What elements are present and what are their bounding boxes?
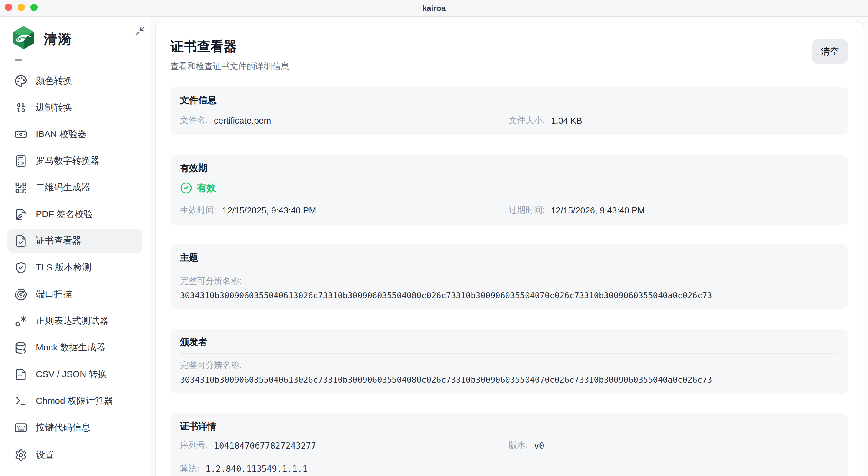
banknote-icon — [14, 128, 27, 140]
sidebar-item-base-converter[interactable]: 进制转换 — [7, 95, 143, 119]
sidebar: 清漪 颜色转换 — [0, 17, 150, 476]
dn-label: 完整可分辨名称: — [180, 275, 837, 286]
file-data-icon — [14, 368, 27, 381]
circle-check-icon — [180, 182, 192, 194]
sidebar-item-label: 按键代码信息 — [36, 422, 90, 433]
issuer-dn-value: 3034310b3009060355040613026c73310b300906… — [180, 374, 837, 385]
field-value: 10418470677827243277 — [214, 441, 316, 450]
sidebar-item-label: 端口扫描 — [36, 288, 72, 300]
field-value: 12/15/2025, 9:43:40 PM — [222, 206, 316, 215]
validity-card: 有效期 有效 生效时间: 12/15/2025, 9:43:40 PM 过期时 — [170, 155, 848, 225]
serial-number-row: 序列号: 10418470677827243277 — [180, 440, 508, 452]
panel-header: 证书查看器 查看和检查证书文件的详细信息 清空 — [170, 38, 848, 72]
sidebar-item-roman-numeral-converter[interactable]: 罗马数字转换器 — [7, 149, 143, 173]
minimize-arrows-icon — [134, 26, 145, 36]
file-pen-icon — [14, 208, 27, 220]
sidebar-item-port-scanner[interactable]: 端口扫描 — [7, 282, 143, 306]
validity-status-badge: 有效 — [180, 181, 837, 195]
sidebar-item-label: 设置 — [36, 449, 54, 460]
issuer-card: 颁发者 完整可分辨名称: 3034310b3009060355040613026… — [170, 329, 848, 393]
app-window: kairoa 清漪 — [0, 0, 868, 476]
card-title: 主题 — [180, 253, 837, 269]
card-title: 证书详情 — [180, 421, 837, 431]
calculator-icon — [14, 154, 27, 167]
app-name: 清漪 — [44, 30, 73, 49]
radar-icon — [14, 288, 27, 300]
card-title: 文件信息 — [180, 95, 837, 105]
version-row: 版本: v0 — [508, 440, 837, 452]
sidebar-item-iban-validator[interactable]: IBAN 校验器 — [7, 122, 143, 146]
field-label: 算法: — [180, 463, 199, 474]
sidebar-item-label: 二维码生成器 — [36, 182, 90, 193]
file-check-icon — [14, 234, 27, 247]
subject-dn-value: 3034310b3009060355040613026c73310b300906… — [180, 290, 837, 301]
main-content: 证书查看器 查看和检查证书文件的详细信息 清空 文件信息 文件名: certif… — [150, 17, 868, 476]
sidebar-item-mock-data-generator[interactable]: Mock 数据生成器 — [7, 335, 143, 360]
expires-row: 过期时间: 12/15/2026, 9:43:40 PM — [508, 204, 837, 216]
page-title: 证书查看器 — [170, 38, 289, 55]
sidebar-item-chmod-calculator[interactable]: Chmod 权限计算器 — [7, 389, 143, 413]
sidebar-item-label: Chmod 权限计算器 — [36, 395, 113, 407]
database-zap-icon — [14, 341, 27, 354]
algorithm-row: 算法: 1.2.840.113549.1.1.1 — [180, 463, 508, 475]
dn-label: 完整可分辨名称: — [180, 360, 837, 370]
titlebar: kairoa — [0, 0, 868, 17]
binary-icon — [14, 101, 27, 114]
page-subtitle: 查看和检查证书文件的详细信息 — [170, 60, 289, 72]
sidebar-item-label: 证书查看器 — [36, 235, 81, 246]
sidebar-item-color-converter[interactable]: 颜色转换 — [7, 68, 143, 93]
shield-check-icon — [14, 261, 27, 274]
sidebar-footer: 设置 — [0, 434, 150, 476]
window-title: kairoa — [0, 0, 868, 17]
sidebar-item-qr-generator[interactable]: 二维码生成器 — [7, 175, 143, 200]
card-title: 颁发者 — [180, 337, 837, 354]
sidebar-item-label: 罗马数字转换器 — [36, 155, 99, 167]
sidebar-item-pdf-signature-check[interactable]: PDF 签名校验 — [7, 202, 143, 226]
sidebar-item-label: IBAN 校验器 — [36, 128, 87, 140]
field-value: 1.04 KB — [551, 116, 582, 125]
field-label: 文件大小: — [508, 115, 545, 126]
app-logo-icon — [11, 26, 36, 50]
certificate-details-card: 证书详情 序列号: 10418470677827243277 版本: v0 — [170, 413, 848, 476]
valid-from-row: 生效时间: 12/15/2025, 9:43:40 PM — [180, 204, 508, 216]
sidebar-item-csv-json-converter[interactable]: CSV / JSON 转换 — [7, 362, 143, 386]
card-title: 有效期 — [180, 163, 837, 173]
field-label: 过期时间: — [508, 205, 545, 216]
sidebar-item-regex-tester[interactable]: 正则表达式测试器 — [7, 309, 143, 333]
field-label: 生效时间: — [180, 205, 216, 216]
status-text: 有效 — [197, 182, 216, 194]
sidebar-item-settings[interactable]: 设置 — [7, 443, 143, 467]
gear-icon — [14, 448, 27, 461]
qr-code-icon — [14, 181, 27, 194]
sidebar-header: 清漪 — [0, 17, 150, 58]
collapse-sidebar-button[interactable] — [133, 24, 146, 38]
subject-card: 主题 完整可分辨名称: 3034310b3009060355040613026c… — [170, 244, 848, 309]
sidebar-item-keycode-info[interactable]: 按键代码信息 — [7, 415, 143, 434]
field-label: 版本: — [508, 440, 528, 451]
sidebar-nav: 颜色转换 进制转换 IBAN 校验器 — [0, 59, 150, 434]
field-label: 文件名: — [180, 115, 208, 126]
clear-button[interactable]: 清空 — [812, 39, 848, 64]
sidebar-item-label: 正则表达式测试器 — [36, 315, 108, 327]
keyboard-icon — [14, 421, 27, 434]
field-value: v0 — [534, 441, 544, 450]
sidebar-item-label: PDF 签名校验 — [36, 208, 93, 220]
file-info-card: 文件信息 文件名: certificate.pem 文件大小: 1.04 KB — [170, 87, 848, 135]
sidebar-item-label: CSV / JSON 转换 — [36, 368, 107, 380]
sidebar-item-label: Mock 数据生成器 — [36, 342, 105, 353]
sidebar-item-tls-version-check[interactable]: TLS 版本检测 — [7, 255, 143, 279]
field-label: 序列号: — [180, 440, 208, 451]
file-size-row: 文件大小: 1.04 KB — [508, 115, 837, 127]
sidebar-item-certificate-viewer[interactable]: 证书查看器 — [7, 229, 143, 253]
sidebar-item-label: 颜色转换 — [36, 75, 72, 86]
field-value: certificate.pem — [214, 116, 271, 125]
scrolled-item-fragment — [14, 59, 23, 61]
file-name-row: 文件名: certificate.pem — [180, 115, 508, 127]
sidebar-item-label: 进制转换 — [36, 101, 72, 113]
tool-panel: 证书查看器 查看和检查证书文件的详细信息 清空 文件信息 文件名: certif… — [155, 21, 863, 476]
field-value: 12/15/2026, 9:43:40 PM — [551, 206, 645, 215]
field-value: 1.2.840.113549.1.1.1 — [206, 464, 308, 474]
palette-icon — [14, 74, 27, 87]
sidebar-item-label: TLS 版本检测 — [36, 262, 91, 273]
regex-icon — [14, 315, 27, 327]
